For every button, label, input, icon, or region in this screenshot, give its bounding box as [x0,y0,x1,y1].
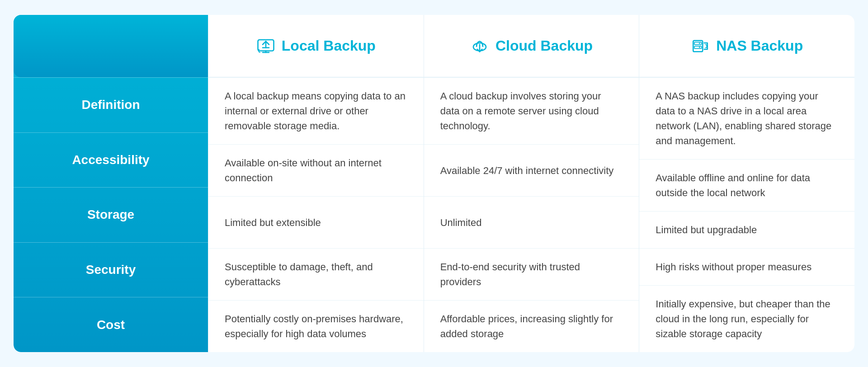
definition-label: Definition [14,77,208,132]
nas-security-cell: High risks without proper measures [639,248,854,285]
svg-point-6 [699,47,700,48]
storage-label: Storage [14,187,208,242]
cloud-storage-cell: Unlimited [424,196,639,248]
cloud-accessibility-cell: Available 24/7 with internet connectivit… [424,144,639,196]
nas-backup-icon [691,37,710,56]
nas-backup-column: NAS Backup A NAS backup includes copying… [639,15,854,352]
local-security-cell: Susceptible to damage, theft, and cybera… [208,248,424,300]
nas-backup-title: NAS Backup [716,38,803,54]
cloud-backup-title: Cloud Backup [495,38,593,54]
cloud-backup-icon [470,37,489,56]
local-cost-cell: Potentially costly on-premises hardware,… [208,300,424,352]
accessibility-label: Accessibility [14,132,208,188]
cloud-cost-cell: Affordable prices, increasing slightly f… [424,300,639,352]
labels-header [14,15,208,77]
cost-label: Cost [14,297,208,352]
cloud-definition-cell: A cloud backup involves storing your dat… [424,77,639,144]
local-backup-title: Local Backup [282,38,376,54]
cloud-backup-header: Cloud Backup [424,15,639,77]
security-label: Security [14,242,208,297]
comparison-table: Definition Accessibility Storage Securit… [14,15,854,352]
local-backup-column: Local Backup A local backup means copyin… [208,15,424,352]
cloud-security-cell: End-to-end security with trusted provide… [424,248,639,300]
local-backup-header: Local Backup [208,15,424,77]
local-storage-cell: Limited but extensible [208,196,424,248]
labels-column: Definition Accessibility Storage Securit… [14,15,208,352]
svg-rect-3 [694,42,702,44]
nas-cost-cell: Initially expensive, but cheaper than th… [639,285,854,352]
nas-backup-header: NAS Backup [639,15,854,77]
local-definition-cell: A local backup means copying data to an … [208,77,424,144]
svg-rect-4 [694,46,702,48]
cloud-backup-column: Cloud Backup A cloud backup involves sto… [424,15,639,352]
svg-point-5 [699,42,700,44]
nas-storage-cell: Limited but upgradable [639,211,854,248]
local-accessibility-cell: Available on-site without an internet co… [208,144,424,196]
nas-accessibility-cell: Available offline and online for data ou… [639,159,854,211]
local-backup-icon [256,37,275,56]
nas-definition-cell: A NAS backup includes copying your data … [639,77,854,159]
